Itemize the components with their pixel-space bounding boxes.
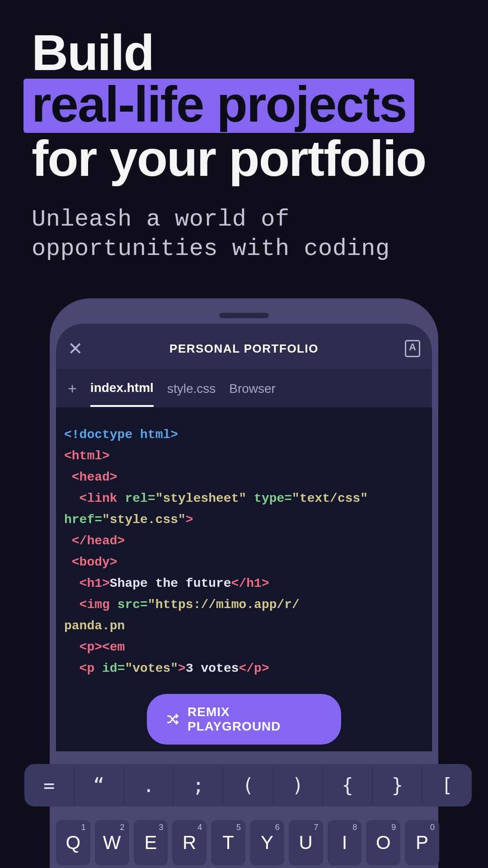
key-e[interactable]: E3 [134,820,168,865]
code-token: <!doctype html> [64,428,178,442]
sym-rbrace[interactable]: } [373,766,422,805]
hero-section: Build real-life projects for your portfo… [0,0,488,264]
sym-dot[interactable]: . [124,766,174,805]
key-y[interactable]: Y6 [250,820,284,865]
code-token: </head> [64,534,125,548]
code-token: </h1> [231,576,269,590]
tab-style-css[interactable]: style.css [167,382,216,406]
code-token: <p><em [64,640,125,654]
sym-quote[interactable]: “ [74,766,124,805]
code-token: href= [64,513,102,527]
key-i[interactable]: I8 [328,820,362,865]
code-token: <html> [64,449,110,463]
code-token: "votes" [125,661,178,675]
hero-title: Build real-life projects for your portfo… [32,27,456,185]
code-token: panda.pn [64,619,125,633]
code-token: </p> [239,661,269,675]
code-token: "stylesheet" [155,491,247,505]
key-u[interactable]: U7 [289,820,323,865]
code-token: src= [110,598,148,612]
sym-lparen[interactable]: ( [223,766,273,805]
key-q[interactable]: Q1 [56,820,90,865]
add-tab-icon[interactable]: + [68,380,77,407]
code-token: "style.css" [102,513,186,527]
sym-equals[interactable]: = [24,766,74,805]
code-token: <h1> [64,576,110,590]
code-token: <head> [64,470,117,484]
symbol-row: = “ . ; ( ) { } [ [24,764,472,807]
code-token: rel= [117,491,155,505]
key-p[interactable]: P0 [405,820,439,865]
code-token: "text/css" [292,491,368,505]
code-token: <link [64,491,117,505]
remix-label: REMIX PLAYGROUND [188,705,321,734]
code-token: 3 votes [186,661,239,675]
code-token: <img [64,598,110,612]
code-token: "https://mimo.app/r/ [148,598,300,612]
project-title: PERSONAL PORTFOLIO [169,342,319,356]
sym-lbracket[interactable]: [ [422,766,472,805]
editor-topbar: ✕ PERSONAL PORTFOLIO [56,324,432,369]
sym-semicolon[interactable]: ; [174,766,223,805]
title-highlight: real-life projects [23,79,414,133]
code-token: > [178,661,186,675]
code-token: id= [94,661,125,675]
tab-browser[interactable]: Browser [229,382,276,406]
code-token: Shape the future [110,576,231,590]
title-line1: Build [32,24,154,81]
code-token: > [186,513,193,527]
title-line3: for your portfolio [32,130,426,187]
key-r[interactable]: R4 [172,820,206,865]
code-token: <body> [64,555,117,569]
remix-playground-button[interactable]: REMIX PLAYGROUND [147,694,341,745]
key-o[interactable]: O9 [366,820,400,865]
reference-icon[interactable] [405,340,420,357]
sym-rparen[interactable]: ) [273,766,323,805]
key-w[interactable]: W2 [95,820,129,865]
close-icon[interactable]: ✕ [68,338,83,359]
key-t[interactable]: T5 [211,820,245,865]
keyboard-row: Q1 W2 E3 R4 T5 Y6 U7 I8 O9 P0 [56,820,439,865]
phone-notch [219,313,269,318]
tab-index-html[interactable]: index.html [90,381,154,407]
file-tabs: + index.html style.css Browser [56,369,432,408]
code-token: type= [246,491,292,505]
hero-subtitle: Unleash a world of opportunities with co… [32,205,456,264]
sym-lbrace[interactable]: { [323,766,373,805]
shuffle-icon [167,714,179,725]
code-token: <p [64,661,94,675]
